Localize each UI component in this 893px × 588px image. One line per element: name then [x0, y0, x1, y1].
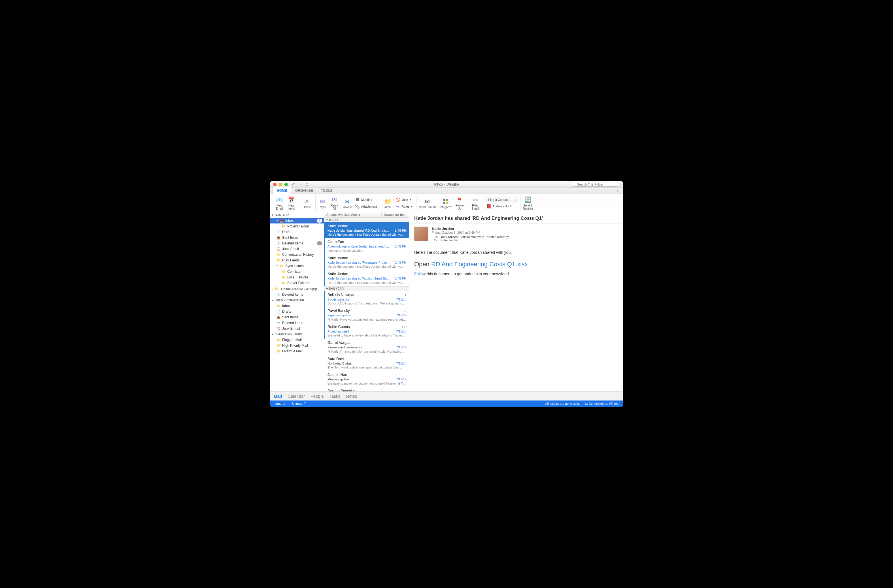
open-document-link[interactable]: RD And Engineering Costs Q1.xlsx [431, 261, 528, 268]
section-header-smart-folders[interactable]: SMART FOLDERS [270, 332, 324, 337]
sidebar-item-overdue[interactable]: 📁Overdue Mail [270, 348, 324, 354]
tab-home[interactable]: HOME [272, 187, 291, 194]
sort-order-button[interactable]: Newest on Top ▾ [382, 212, 409, 217]
redo-icon[interactable]: ↷ [298, 182, 301, 187]
account-header-archive[interactable]: 📁Online Archive - Wingtip [270, 286, 324, 292]
message-preview: Hi Katie, Have you submitted your expens… [328, 318, 407, 321]
address-book-button[interactable]: 📕 Address Book [486, 203, 517, 209]
follow-line: Follow this document to get updates in y… [414, 271, 618, 277]
follow-link[interactable]: Follow [414, 272, 425, 276]
delete-button[interactable]: ✕ Delete [302, 197, 312, 209]
reply-button[interactable]: ✉ Reply [317, 197, 328, 209]
sidebar-item-server-failures[interactable]: 📁Server Failures [270, 280, 324, 286]
folder-icon: 📁 [277, 338, 281, 342]
sidebar-item-inbox[interactable]: ▾ 📥 Inbox 7 [270, 218, 324, 224]
folder-icon: 📁 [277, 350, 281, 353]
minimize-window-button[interactable] [279, 183, 282, 186]
sidebar-item-drafts[interactable]: 📄Drafts [270, 229, 324, 235]
find-contact-input[interactable]: Find a Contact [486, 197, 517, 202]
message-item[interactable]: Belinda Newman⬇ Sports statistics7/18/14… [324, 291, 409, 307]
sidebar-item-conversation-history[interactable]: 📁Conversation History [270, 252, 324, 258]
message-preview: Here's the document that Katie Jordan sh… [328, 281, 407, 285]
svg-rect-3 [446, 202, 448, 204]
message-items[interactable]: ▾ TODAY Katie Jordan Katie Jordan has sh… [324, 218, 409, 392]
message-item[interactable]: Garret Vargas Please send customer info7… [324, 339, 409, 355]
message-from: Garth Fort [328, 240, 344, 244]
sidebar-item-flagged[interactable]: 📁Flagged Mail [270, 337, 324, 343]
collapse-ribbon-icon[interactable]: ⌃ [611, 189, 613, 193]
rules-button[interactable]: ↪ Rules▾ [395, 204, 413, 209]
message-preview: Here's the document that Katie Jordan sh… [328, 264, 407, 268]
read-unread-button[interactable]: ✉ Read/Unread [418, 197, 436, 209]
move-button[interactable]: 📁 Move [383, 197, 393, 209]
new-email-button[interactable]: 📧 New Email [274, 195, 284, 211]
sidebar-item-local-inbox[interactable]: 📁Inbox [270, 303, 324, 309]
nav-tasks[interactable]: Tasks [329, 394, 340, 399]
filter-email-button[interactable]: ⫗ Filter Email [470, 195, 480, 211]
sidebar-item-sync-issues[interactable]: ▾📁Sync Issues [270, 263, 324, 269]
envelope-icon: ✉ [423, 198, 431, 205]
folder-icon: 📁 [280, 264, 284, 268]
message-from: Robin Counts [328, 325, 350, 329]
message-item[interactable]: Katie Jordan Katie Jordan has shared 'Au… [324, 270, 409, 286]
message-subject-preview: Katie Jordan has shared 'Audit of Small … [328, 276, 391, 280]
nav-mail[interactable]: Mail [274, 394, 282, 399]
tab-tools[interactable]: TOOLS [317, 187, 336, 194]
nav-notes[interactable]: Notes [346, 394, 357, 399]
message-time: 7/18/14 [396, 329, 407, 333]
sidebar-item-local-failures[interactable]: 📁Local Failures [270, 274, 324, 280]
sidebar-item-local-sent[interactable]: 📤Sent Items [270, 314, 324, 320]
junk-button[interactable]: 🚫 Junk▾ [395, 197, 413, 202]
nav-collapse-icon[interactable]: ˂ [618, 394, 619, 398]
print-icon[interactable]: 🖨 [304, 182, 308, 187]
message-item[interactable]: Robin Counts!↩ Project update?7/18/14 We… [324, 323, 409, 339]
new-items-button[interactable]: 📅 New Items [286, 195, 296, 211]
message-item[interactable]: Pavel Bansky↩ Expense reports7/18/14 Hi … [324, 307, 409, 323]
sidebar-item-rss[interactable]: 📁RSS Feeds [270, 258, 324, 263]
reply-all-button[interactable]: ✉ Reply All [329, 195, 340, 211]
message-time: 7/17/14 [396, 377, 407, 381]
search-input[interactable] [572, 182, 620, 187]
smiley-icon[interactable]: ☺ [616, 189, 620, 193]
message-date: Friday, October 3, 2014 at 2:49 PM [432, 231, 509, 234]
sidebar-item-project-falcon[interactable]: 📁Project Falcon [270, 224, 324, 229]
message-item[interactable]: Katie Jordan Katie Jordan has shared 'RD… [324, 222, 409, 238]
nav-calendar[interactable]: Calendar [287, 394, 305, 399]
message-preview: Hi Katie, I'm preparing for our meeting … [328, 350, 407, 354]
follow-up-button[interactable]: ⚑ Follow Up [454, 195, 465, 211]
message-item[interactable]: Dorena Paschke [324, 387, 409, 392]
group-this-year[interactable]: ▾ THIS YEAR [324, 286, 409, 291]
close-window-button[interactable] [273, 183, 277, 186]
section-header-onmycomputer[interactable]: ON MY COMPUTER [270, 297, 324, 303]
forward-button[interactable]: ✉ Forward [341, 197, 353, 209]
account-header-wingtip[interactable]: WINGTIP [270, 212, 324, 218]
rules-icon: ↪ [395, 204, 400, 209]
sidebar-item-local-deleted[interactable]: 🗑Deleted Items [270, 320, 324, 326]
group-today[interactable]: ▾ TODAY [324, 218, 409, 222]
zoom-window-button[interactable] [284, 183, 288, 186]
sidebar-item-archive-deleted[interactable]: 🗑Deleted Items [270, 292, 324, 297]
message-item[interactable]: Junmin Hao Meeting update7/17/14 We have… [324, 371, 409, 387]
inbox-badge: 7 [317, 219, 322, 223]
sidebar-item-deleted[interactable]: 🗑Deleted Items3 [270, 240, 324, 246]
sidebar-item-high-priority[interactable]: 📁High Priority Mail [270, 343, 324, 348]
message-item[interactable]: Garth Fort Automatic reply: Katie Jordan… [324, 238, 409, 254]
categorize-button[interactable]: Categorize [438, 197, 453, 209]
arrange-by-button[interactable]: Arrange By: Date Sent ⇅ [324, 212, 382, 217]
sidebar-item-local-junk[interactable]: 🚫Junk E-mail [270, 326, 324, 332]
sidebar-item-sent[interactable]: 📤Sent Items [270, 235, 324, 240]
nav-people[interactable]: People [311, 394, 324, 399]
tab-organize[interactable]: ORGANIZE [291, 187, 317, 194]
sidebar-item-conflicts[interactable]: 📁Conflicts [270, 269, 324, 274]
sidebar-item-junk[interactable]: 🚫Junk Email [270, 246, 324, 252]
attachment-button[interactable]: 📎 Attachment [355, 204, 378, 209]
message-body: Here's the document that Katie Jordan sh… [409, 245, 623, 392]
undo-icon[interactable]: ↶ [292, 182, 295, 187]
message-item[interactable]: Sara Davis Northwind Budget7/18/14 The N… [324, 355, 409, 371]
window-title: Inbox • Wingtip [270, 182, 623, 186]
message-time: 2:48 PM [395, 261, 407, 264]
meeting-button[interactable]: 🗓 Meeting [355, 197, 378, 202]
message-item[interactable]: Katie Jordan Katie Jordan has shared 'Pr… [324, 254, 409, 270]
sidebar-item-local-drafts[interactable]: 📄Drafts [270, 309, 324, 314]
send-receive-button[interactable]: 🔄 Send & Receive [522, 195, 534, 211]
